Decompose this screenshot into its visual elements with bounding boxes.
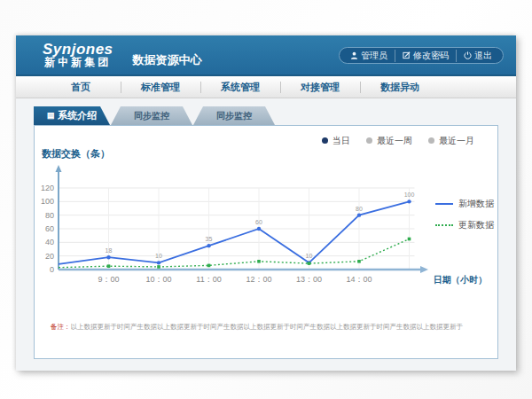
- current-user-button[interactable]: 管理员: [343, 50, 395, 62]
- svg-text:120: 120: [41, 184, 54, 192]
- svg-text:9：00: 9：00: [98, 275, 119, 284]
- change-password-button[interactable]: 修改密码: [395, 50, 456, 62]
- svg-text:10: 10: [306, 253, 313, 259]
- change-password-label: 修改密码: [413, 50, 449, 62]
- line-chart: 0204060801001209：0010：0011：0012：0013：001…: [35, 160, 497, 307]
- svg-text:80: 80: [45, 211, 54, 220]
- user-toolbar: 管理员 修改密码 退出: [339, 47, 504, 64]
- brand-logo: Synjones 新中新集团: [43, 42, 113, 68]
- app-window: Synjones 新中新集团 数据资源中心 管理员 修改密码 退出: [16, 35, 516, 371]
- nav-item-system-mgmt[interactable]: 系统管理: [200, 76, 280, 98]
- range-filter: 当日 最近一周 最近一月: [35, 126, 497, 147]
- svg-text:13：00: 13：00: [296, 275, 322, 284]
- chart-legend: 新增数据 更新数据: [435, 198, 494, 231]
- brand-company-name: 新中新集团: [43, 57, 113, 68]
- radio-dot-icon: [322, 137, 328, 144]
- logout-button[interactable]: 退出: [456, 50, 499, 62]
- nav-item-home[interactable]: 首页: [41, 76, 121, 98]
- svg-text:60: 60: [255, 219, 262, 225]
- filter-option-today[interactable]: 当日: [322, 135, 350, 147]
- radio-dot-icon: [428, 137, 434, 144]
- svg-text:14：00: 14：00: [346, 275, 372, 284]
- tab-sync-monitor-2[interactable]: 同步监控: [193, 106, 275, 125]
- user-label: 管理员: [361, 50, 387, 62]
- filter-label: 最近一月: [439, 135, 474, 147]
- svg-text:20: 20: [45, 252, 54, 261]
- legend-label: 新增数据: [458, 198, 494, 210]
- svg-text:40: 40: [45, 238, 54, 246]
- brand-logo-text: Synjones: [43, 42, 113, 57]
- svg-text:80: 80: [356, 206, 363, 212]
- filter-option-last-month[interactable]: 最近一月: [428, 135, 474, 147]
- content-panel: 当日 最近一周 最近一月 数据交换（条） 0204060801001209：00…: [34, 125, 498, 359]
- tab-sync-monitor-1[interactable]: 同步监控: [111, 106, 192, 125]
- svg-text:10：00: 10：00: [145, 275, 171, 284]
- dotted-line-swatch-icon: [435, 224, 453, 226]
- chart-area: 0204060801001209：0010：0011：0012：0013：001…: [35, 160, 497, 307]
- svg-text:60: 60: [45, 224, 54, 233]
- footnote-prefix: 备注：: [51, 323, 71, 331]
- app-title: 数据资源中心: [133, 52, 202, 68]
- legend-item-new-data: 新增数据: [435, 198, 494, 210]
- svg-text:日期（小时）: 日期（小时）: [434, 275, 487, 285]
- svg-text:0: 0: [50, 265, 54, 274]
- svg-text:100: 100: [404, 192, 415, 198]
- svg-text:35: 35: [206, 236, 213, 242]
- solid-line-swatch-icon: [435, 203, 453, 205]
- tab-label: 系统介绍: [58, 106, 97, 125]
- tab-system-intro[interactable]: ▤ 系统介绍: [34, 106, 110, 125]
- legend-label: 更新数据: [458, 219, 494, 231]
- main-nav: 首页 标准管理 系统管理 对接管理 数据异动: [16, 76, 516, 98]
- tab-bar: ▤ 系统介绍 同步监控 同步监控: [34, 106, 498, 125]
- screen: Synjones 新中新集团 数据资源中心 管理员 修改密码 退出: [0, 0, 532, 399]
- chart-y-axis-title: 数据交换（条）: [35, 147, 497, 160]
- logout-label: 退出: [474, 50, 492, 62]
- power-icon: [464, 51, 472, 59]
- content-area: ▤ 系统介绍 同步监控 同步监控 当日 最近一周: [16, 98, 516, 359]
- footnote: 备注：以上数据更新于时间产生数据以上数据更新于时间产生数据以上数据更新于时间产生…: [35, 323, 497, 332]
- legend-item-updated-data: 更新数据: [435, 219, 494, 231]
- app-header: Synjones 新中新集团 数据资源中心 管理员 修改密码 退出: [16, 35, 516, 76]
- nav-item-standard-mgmt[interactable]: 标准管理: [121, 76, 200, 98]
- footnote-text: 以上数据更新于时间产生数据以上数据更新于时间产生数据以上数据更新于时间产生数据以…: [71, 323, 464, 331]
- svg-text:11：00: 11：00: [196, 275, 221, 284]
- svg-text:12：00: 12：00: [246, 275, 271, 284]
- document-icon: ▤: [47, 112, 55, 120]
- nav-item-data-change[interactable]: 数据异动: [360, 76, 440, 98]
- edit-icon: [403, 51, 411, 59]
- svg-text:100: 100: [41, 197, 54, 206]
- filter-label: 最近一周: [377, 135, 412, 147]
- radio-dot-icon: [366, 137, 372, 144]
- filter-option-last-week[interactable]: 最近一周: [366, 135, 412, 147]
- filter-label: 当日: [332, 135, 350, 147]
- nav-item-interface-mgmt[interactable]: 对接管理: [280, 76, 360, 98]
- svg-text:18: 18: [106, 247, 113, 254]
- svg-text:10: 10: [155, 253, 162, 259]
- user-icon: [350, 51, 358, 59]
